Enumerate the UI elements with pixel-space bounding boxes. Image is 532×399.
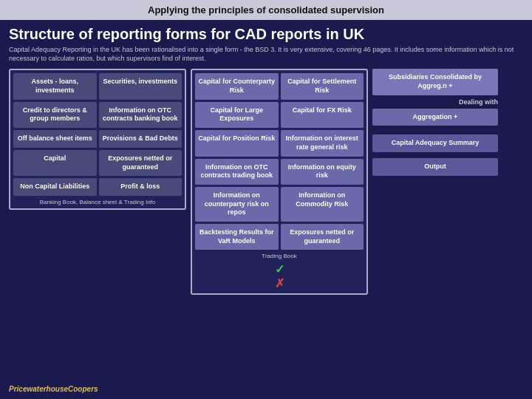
cell-fx-risk[interactable]: Capital for FX Risk: [281, 102, 364, 128]
cell-credit[interactable]: Credit to directors & group members: [13, 102, 97, 128]
top-bar: Applying the principles of consolidated …: [0, 0, 532, 20]
cell-otc-trading[interactable]: Information on OTC contracts trading boo…: [195, 159, 279, 185]
checkmark-wrong: ✗: [275, 276, 284, 290]
banking-book-section: Assets - loans, investments Securities, …: [9, 69, 186, 210]
cell-output[interactable]: Output: [372, 158, 498, 176]
cell-exposures-banking[interactable]: Exposures netted or guaranteed: [99, 150, 183, 176]
cell-equity-risk[interactable]: Information on equity risk: [281, 159, 364, 185]
cell-capital[interactable]: Capital: [13, 150, 97, 176]
cell-backtesting[interactable]: Backtesting Results for VaR Models: [195, 224, 279, 250]
cell-exposures-trading[interactable]: Exposures netted or guaranteed: [281, 224, 364, 250]
cell-profit-loss[interactable]: Profit & loss: [99, 178, 183, 196]
cell-settlement-risk[interactable]: Capital for Settlement Risk: [281, 73, 364, 99]
cell-commodity-risk[interactable]: Information on Commodity Risk: [281, 187, 364, 222]
trading-footer-label: Trading Book: [195, 253, 364, 259]
cell-position-risk[interactable]: Capital for Position Risk: [195, 130, 279, 156]
banking-footer-label: Banking Book, Balance sheet & Trading In…: [13, 199, 182, 205]
cell-assets[interactable]: Assets - loans, investments: [13, 73, 97, 99]
cell-securities[interactable]: Securities, investments: [99, 73, 183, 99]
cell-capital-adequacy[interactable]: Capital Adequacy Summary: [372, 134, 498, 152]
cell-interest-rate[interactable]: Information on interest rate general ris…: [281, 130, 364, 156]
logo-area: PricewaterhouseCoopers: [9, 385, 98, 393]
cell-off-balance[interactable]: Off balance sheet items: [13, 130, 97, 148]
cell-counterparty-repos[interactable]: Information on counterparty risk on repo…: [195, 187, 279, 222]
cell-otc-banking[interactable]: Information on OTC contracts banking boo…: [99, 102, 183, 128]
header-title: Applying the principles of consolidated …: [148, 4, 384, 16]
cell-counterparty-risk[interactable]: Capital for Counterparty Risk: [195, 73, 279, 99]
dealing-with-label: Dealing with: [372, 98, 498, 106]
cell-non-capital[interactable]: Non Capital Liabilities: [13, 178, 97, 196]
page-title: Structure of reporting forms for CAD rep…: [9, 26, 523, 43]
cell-aggregation[interactable]: Aggregation +: [372, 109, 498, 126]
right-column: Subsidiaries Consolidated by Aggreg.n + …: [372, 69, 498, 175]
cell-subsidiaries[interactable]: Subsidiaries Consolidated by Aggreg.n +: [372, 69, 498, 95]
cell-provisions[interactable]: Provisions & Bad Debts: [99, 130, 183, 148]
trading-book-section: Capital for Counterparty Risk Capital fo…: [191, 69, 368, 295]
logo-text: PricewaterhouseCoopers: [9, 385, 98, 393]
checkmark-correct: ✓: [275, 262, 284, 276]
subtitle: Capital Adequacy Reporting in the UK has…: [9, 46, 523, 63]
cell-large-exposures[interactable]: Capital for Large Exposures: [195, 102, 279, 128]
